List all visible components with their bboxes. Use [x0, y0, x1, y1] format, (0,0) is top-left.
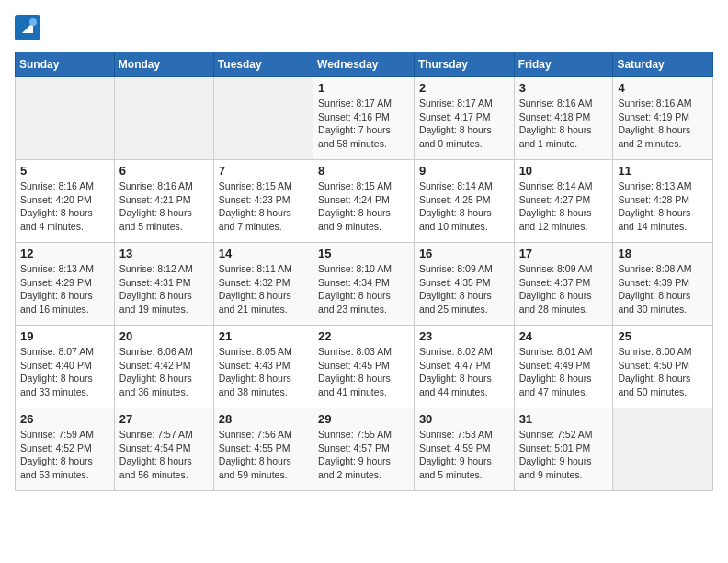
logo — [15, 15, 44, 40]
day-header-friday: Friday — [514, 52, 613, 77]
day-info: Sunrise: 8:00 AMSunset: 4:50 PMDaylight:… — [618, 345, 708, 399]
day-number: 17 — [519, 247, 609, 260]
calendar-cell: 21Sunrise: 8:05 AMSunset: 4:43 PMDayligh… — [213, 326, 313, 408]
day-info: Sunrise: 8:11 AMSunset: 4:32 PMDaylight:… — [219, 262, 308, 316]
calendar-cell: 3Sunrise: 8:16 AMSunset: 4:18 PMDaylight… — [514, 77, 613, 160]
day-info: Sunrise: 8:05 AMSunset: 4:43 PMDaylight:… — [219, 345, 308, 399]
calendar-cell: 26Sunrise: 7:59 AMSunset: 4:52 PMDayligh… — [16, 408, 115, 491]
calendar-header: SundayMondayTuesdayWednesdayThursdayFrid… — [16, 52, 713, 77]
calendar-cell: 10Sunrise: 8:14 AMSunset: 4:27 PMDayligh… — [514, 160, 613, 243]
day-header-wednesday: Wednesday — [313, 52, 415, 77]
calendar-cell: 29Sunrise: 7:55 AMSunset: 4:57 PMDayligh… — [313, 408, 415, 491]
calendar-cell: 19Sunrise: 8:07 AMSunset: 4:40 PMDayligh… — [16, 326, 115, 408]
day-number: 26 — [20, 412, 109, 426]
calendar-cell: 24Sunrise: 8:01 AMSunset: 4:49 PMDayligh… — [514, 326, 613, 408]
day-number: 22 — [318, 329, 409, 343]
calendar-cell: 22Sunrise: 8:03 AMSunset: 4:45 PMDayligh… — [313, 326, 415, 408]
calendar-cell: 15Sunrise: 8:10 AMSunset: 4:34 PMDayligh… — [313, 243, 415, 326]
day-info: Sunrise: 8:17 AMSunset: 4:16 PMDaylight:… — [318, 97, 409, 151]
day-number: 9 — [419, 164, 509, 178]
day-info: Sunrise: 8:03 AMSunset: 4:45 PMDaylight:… — [318, 345, 409, 399]
calendar-cell: 17Sunrise: 8:09 AMSunset: 4:37 PMDayligh… — [514, 243, 613, 326]
day-number: 12 — [20, 247, 109, 260]
day-number: 20 — [119, 329, 209, 343]
day-number: 19 — [20, 329, 109, 343]
calendar-body: 1Sunrise: 8:17 AMSunset: 4:16 PMDaylight… — [16, 77, 713, 491]
page-header — [15, 15, 713, 40]
day-info: Sunrise: 8:16 AMSunset: 4:18 PMDaylight:… — [519, 97, 609, 151]
day-number: 15 — [318, 247, 409, 260]
calendar-cell: 2Sunrise: 8:17 AMSunset: 4:17 PMDaylight… — [414, 77, 514, 160]
calendar-cell: 9Sunrise: 8:14 AMSunset: 4:25 PMDaylight… — [414, 160, 514, 243]
day-info: Sunrise: 7:52 AMSunset: 5:01 PMDaylight:… — [519, 428, 609, 482]
day-info: Sunrise: 8:14 AMSunset: 4:27 PMDaylight:… — [519, 179, 609, 234]
calendar-cell: 30Sunrise: 7:53 AMSunset: 4:59 PMDayligh… — [414, 408, 514, 491]
calendar-cell — [213, 77, 313, 160]
calendar-cell: 20Sunrise: 8:06 AMSunset: 4:42 PMDayligh… — [114, 326, 213, 408]
day-number: 4 — [618, 81, 708, 95]
calendar-cell: 12Sunrise: 8:13 AMSunset: 4:29 PMDayligh… — [16, 243, 115, 326]
day-info: Sunrise: 8:13 AMSunset: 4:29 PMDaylight:… — [20, 262, 109, 316]
day-header-thursday: Thursday — [414, 52, 514, 77]
calendar-cell: 14Sunrise: 8:11 AMSunset: 4:32 PMDayligh… — [213, 243, 313, 326]
day-number: 6 — [119, 164, 209, 178]
day-header-saturday: Saturday — [613, 52, 713, 77]
day-info: Sunrise: 7:53 AMSunset: 4:59 PMDaylight:… — [419, 428, 509, 482]
day-header-monday: Monday — [114, 52, 213, 77]
day-info: Sunrise: 8:16 AMSunset: 4:21 PMDaylight:… — [119, 179, 209, 234]
day-info: Sunrise: 8:09 AMSunset: 4:37 PMDaylight:… — [519, 262, 609, 316]
day-info: Sunrise: 7:57 AMSunset: 4:54 PMDaylight:… — [119, 428, 209, 482]
day-header-sunday: Sunday — [16, 52, 115, 77]
day-number: 13 — [119, 247, 209, 260]
day-info: Sunrise: 8:12 AMSunset: 4:31 PMDaylight:… — [119, 262, 209, 316]
day-info: Sunrise: 8:15 AMSunset: 4:23 PMDaylight:… — [219, 179, 308, 234]
calendar-cell: 31Sunrise: 7:52 AMSunset: 5:01 PMDayligh… — [514, 408, 613, 491]
day-number: 2 — [419, 81, 509, 95]
day-info: Sunrise: 8:14 AMSunset: 4:25 PMDaylight:… — [419, 179, 509, 234]
calendar-cell: 8Sunrise: 8:15 AMSunset: 4:24 PMDaylight… — [313, 160, 415, 243]
day-info: Sunrise: 8:15 AMSunset: 4:24 PMDaylight:… — [318, 179, 409, 234]
day-info: Sunrise: 8:13 AMSunset: 4:28 PMDaylight:… — [618, 179, 708, 234]
day-number: 24 — [519, 329, 609, 343]
day-number: 11 — [618, 164, 708, 178]
day-header-tuesday: Tuesday — [213, 52, 313, 77]
day-number: 7 — [219, 164, 308, 178]
calendar-week-0: 1Sunrise: 8:17 AMSunset: 4:16 PMDaylight… — [16, 77, 713, 160]
calendar-week-3: 19Sunrise: 8:07 AMSunset: 4:40 PMDayligh… — [16, 326, 713, 408]
day-info: Sunrise: 7:55 AMSunset: 4:57 PMDaylight:… — [318, 428, 409, 482]
day-info: Sunrise: 8:07 AMSunset: 4:40 PMDaylight:… — [20, 345, 109, 399]
calendar-cell — [613, 408, 713, 491]
day-number: 23 — [419, 329, 509, 343]
day-number: 10 — [519, 164, 609, 178]
day-number: 14 — [219, 247, 308, 260]
calendar-cell: 7Sunrise: 8:15 AMSunset: 4:23 PMDaylight… — [213, 160, 313, 243]
calendar-cell: 11Sunrise: 8:13 AMSunset: 4:28 PMDayligh… — [613, 160, 713, 243]
day-info: Sunrise: 8:17 AMSunset: 4:17 PMDaylight:… — [419, 97, 509, 151]
day-info: Sunrise: 8:16 AMSunset: 4:19 PMDaylight:… — [618, 97, 708, 151]
svg-point-2 — [29, 18, 37, 26]
day-number: 5 — [20, 164, 109, 178]
calendar-cell: 13Sunrise: 8:12 AMSunset: 4:31 PMDayligh… — [114, 243, 213, 326]
day-info: Sunrise: 8:16 AMSunset: 4:20 PMDaylight:… — [20, 179, 109, 234]
day-number: 28 — [219, 412, 308, 426]
day-info: Sunrise: 8:06 AMSunset: 4:42 PMDaylight:… — [119, 345, 209, 399]
day-number: 31 — [519, 412, 609, 426]
calendar-cell — [16, 77, 115, 160]
day-number: 8 — [318, 164, 409, 178]
calendar-week-4: 26Sunrise: 7:59 AMSunset: 4:52 PMDayligh… — [16, 408, 713, 491]
day-info: Sunrise: 8:02 AMSunset: 4:47 PMDaylight:… — [419, 345, 509, 399]
day-number: 18 — [618, 247, 708, 260]
calendar-cell: 5Sunrise: 8:16 AMSunset: 4:20 PMDaylight… — [16, 160, 115, 243]
calendar-week-2: 12Sunrise: 8:13 AMSunset: 4:29 PMDayligh… — [16, 243, 713, 326]
calendar-cell: 28Sunrise: 7:56 AMSunset: 4:55 PMDayligh… — [213, 408, 313, 491]
day-number: 25 — [618, 329, 708, 343]
calendar-table: SundayMondayTuesdayWednesdayThursdayFrid… — [15, 52, 713, 491]
day-number: 16 — [419, 247, 509, 260]
calendar-cell: 25Sunrise: 8:00 AMSunset: 4:50 PMDayligh… — [613, 326, 713, 408]
day-number: 29 — [318, 412, 409, 426]
day-number: 21 — [219, 329, 308, 343]
calendar-week-1: 5Sunrise: 8:16 AMSunset: 4:20 PMDaylight… — [16, 160, 713, 243]
day-number: 30 — [419, 412, 509, 426]
day-number: 27 — [119, 412, 209, 426]
logo-icon — [15, 15, 40, 40]
